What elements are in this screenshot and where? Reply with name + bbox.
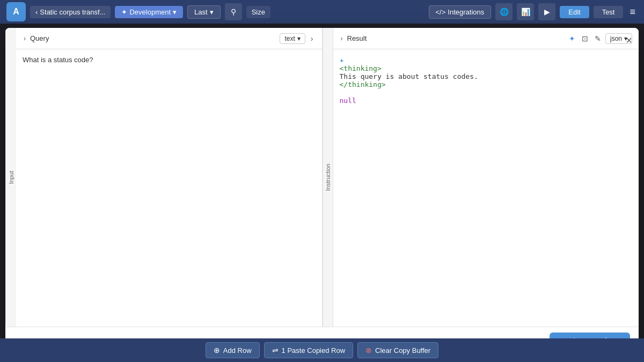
search-icon: ⚲ <box>231 8 236 16</box>
type-dropdown[interactable]: text ▾ <box>280 33 305 44</box>
chevron-down-icon: ▾ <box>173 8 177 16</box>
query-text: What is a status code? <box>23 56 93 64</box>
tag-close-line: </thinking> <box>340 80 633 88</box>
edit-icon: ✎ <box>595 34 601 43</box>
tag-close: </thinking> <box>340 80 386 88</box>
chart-icon: 📊 <box>521 8 530 16</box>
thinking-text: This query is about status codes. <box>340 72 478 80</box>
chevron-down-icon: ▾ <box>210 8 214 16</box>
chevron-down-icon: ▾ <box>297 35 301 42</box>
crop-icon: ⊡ <box>582 34 588 43</box>
left-expand-button[interactable]: › <box>309 33 316 44</box>
add-row-button[interactable]: ⊕ Add Row <box>206 342 260 358</box>
edit-icon-button[interactable]: ✎ <box>592 33 603 44</box>
left-panel-header: › Query text ▾ › <box>16 28 322 49</box>
bottom-toolbar: ⊕ Add Row ⇌ 1 Paste Copied Row ⊗ Clear C… <box>0 338 644 362</box>
right-panel: › Result ✦ ⊡ ✎ <box>333 28 639 327</box>
thinking-icon: ✦ <box>340 56 344 64</box>
development-button[interactable]: ✦ Development ▾ <box>115 6 183 18</box>
tag-open-line: <thinking> <box>340 64 633 72</box>
chart-button[interactable]: 📊 <box>517 3 534 20</box>
modal-content: Input › Query text ▾ › Wha <box>5 28 639 327</box>
modal: × Input › Query text ▾ › <box>5 28 639 355</box>
instruction-strip-label: Instruction <box>323 28 333 327</box>
last-dropdown[interactable]: Last ▾ <box>187 5 221 19</box>
play-button[interactable]: ▶ <box>538 3 555 20</box>
back-button[interactable]: ‹ Static corpus transf... <box>30 6 111 18</box>
paste-copied-row-button[interactable]: ⇌ 1 Paste Copied Row <box>264 342 354 358</box>
plus-icon: ✦ <box>569 34 575 43</box>
tag-open: <thinking> <box>340 64 382 72</box>
left-panel-title: Query <box>30 34 49 42</box>
globe-button[interactable]: 🌐 <box>495 3 513 20</box>
input-strip-label: Input <box>5 28 16 327</box>
chevron-left-icon: ‹ <box>35 8 38 16</box>
globe-icon: 🌐 <box>500 8 509 16</box>
navbar: A ‹ Static corpus transf... ✦ Developmen… <box>0 0 644 24</box>
play-icon: ▶ <box>544 8 550 16</box>
right-panel-title: Result <box>347 34 367 42</box>
right-collapse-button[interactable]: › <box>340 34 344 43</box>
edit-button[interactable]: Edit <box>560 6 589 18</box>
x-circle-icon: ⊗ <box>365 346 372 354</box>
search-button[interactable]: ⚲ <box>225 3 242 20</box>
panels: › Query text ▾ › What is a status code? <box>16 28 639 327</box>
test-button[interactable]: Test <box>594 6 624 18</box>
null-value: null <box>340 97 356 105</box>
close-button[interactable]: × <box>626 34 632 47</box>
paste-icon: ⇌ <box>272 346 279 354</box>
clear-copy-buffer-button[interactable]: ⊗ Clear Copy Buffer <box>357 342 438 358</box>
thinking-text-line: This query is about status codes. <box>340 72 633 80</box>
menu-button[interactable]: ≡ <box>627 4 638 20</box>
null-line: null <box>340 97 633 105</box>
modal-overlay: × Input › Query text ▾ › <box>0 24 644 362</box>
right-panel-body: ✦ <thinking> This query is about status … <box>333 49 639 327</box>
crop-icon-button[interactable]: ⊡ <box>580 33 590 44</box>
app-logo: A <box>6 2 26 21</box>
dev-icon: ✦ <box>121 8 127 16</box>
plus-circle-icon: ⊕ <box>214 346 220 354</box>
integrations-button[interactable]: </> Integrations <box>429 5 492 19</box>
code-icon: </> <box>436 8 446 16</box>
right-panel-header: › Result ✦ ⊡ ✎ <box>333 28 639 49</box>
thinking-icon-line: ✦ <box>340 56 633 64</box>
add-icon-button[interactable]: ✦ <box>567 33 577 44</box>
size-input: Size <box>246 6 270 18</box>
left-collapse-button[interactable]: › <box>23 34 27 43</box>
left-panel-body: What is a status code? <box>16 49 322 327</box>
left-panel: › Query text ▾ › What is a status code? <box>16 28 323 327</box>
right-panel-icons: ✦ ⊡ ✎ json ▾ <box>567 33 632 44</box>
